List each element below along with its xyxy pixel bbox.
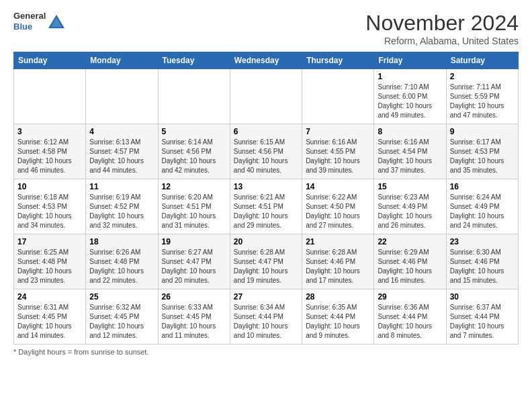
calendar-week-row: 10Sunrise: 6:18 AMSunset: 4:53 PMDayligh…: [14, 179, 519, 234]
day-info: Sunrise: 6:13 AMSunset: 4:57 PMDaylight:…: [89, 138, 154, 175]
day-info: Sunrise: 6:16 AMSunset: 4:55 PMDaylight:…: [306, 138, 370, 175]
calendar-cell: 2Sunrise: 7:11 AMSunset: 5:59 PMDaylight…: [446, 69, 518, 124]
calendar-cell: 29Sunrise: 6:36 AMSunset: 4:44 PMDayligh…: [374, 289, 446, 345]
day-info: Sunrise: 6:32 AMSunset: 4:45 PMDaylight:…: [89, 303, 154, 340]
day-info: Sunrise: 6:31 AMSunset: 4:45 PMDaylight:…: [17, 303, 82, 340]
calendar-cell: 17Sunrise: 6:25 AMSunset: 4:48 PMDayligh…: [14, 234, 86, 289]
day-info: Sunrise: 7:10 AMSunset: 6:00 PMDaylight:…: [378, 83, 442, 120]
calendar-cell: 9Sunrise: 6:17 AMSunset: 4:53 PMDaylight…: [446, 124, 518, 179]
day-number: 23: [450, 237, 515, 246]
calendar-cell: [302, 69, 374, 124]
day-number: 14: [306, 182, 370, 191]
calendar-cell: 14Sunrise: 6:22 AMSunset: 4:50 PMDayligh…: [302, 179, 374, 234]
day-info: Sunrise: 6:26 AMSunset: 4:48 PMDaylight:…: [89, 248, 154, 285]
logo-icon: [47, 12, 66, 31]
day-number: 10: [17, 182, 82, 191]
day-number: 12: [162, 182, 226, 191]
day-number: 30: [450, 292, 515, 302]
calendar-cell: 28Sunrise: 6:35 AMSunset: 4:44 PMDayligh…: [302, 289, 374, 345]
day-info: Sunrise: 6:24 AMSunset: 4:49 PMDaylight:…: [450, 193, 515, 230]
day-number: 25: [89, 292, 154, 302]
calendar-cell: [230, 69, 302, 124]
logo-line1: General: [13, 11, 46, 21]
calendar-week-row: 1Sunrise: 7:10 AMSunset: 6:00 PMDaylight…: [14, 69, 519, 124]
month-title: November 2024: [365, 11, 519, 36]
calendar-cell: 10Sunrise: 6:18 AMSunset: 4:53 PMDayligh…: [14, 179, 86, 234]
calendar-cell: 25Sunrise: 6:32 AMSunset: 4:45 PMDayligh…: [86, 289, 158, 345]
day-number: 24: [17, 292, 82, 302]
day-info: Sunrise: 6:33 AMSunset: 4:45 PMDaylight:…: [162, 303, 226, 340]
day-info: Sunrise: 6:28 AMSunset: 4:46 PMDaylight:…: [306, 248, 370, 285]
weekday-header: Monday: [86, 52, 158, 69]
calendar-week-row: 17Sunrise: 6:25 AMSunset: 4:48 PMDayligh…: [14, 234, 519, 289]
day-info: Sunrise: 6:12 AMSunset: 4:58 PMDaylight:…: [17, 138, 82, 175]
calendar-cell: 6Sunrise: 6:15 AMSunset: 4:56 PMDaylight…: [230, 124, 302, 179]
day-info: Sunrise: 6:34 AMSunset: 4:44 PMDaylight:…: [234, 303, 298, 340]
day-info: Sunrise: 6:21 AMSunset: 4:51 PMDaylight:…: [234, 193, 298, 230]
calendar-cell: 16Sunrise: 6:24 AMSunset: 4:49 PMDayligh…: [446, 179, 518, 234]
day-number: 13: [234, 182, 298, 191]
calendar-cell: 1Sunrise: 7:10 AMSunset: 6:00 PMDaylight…: [374, 69, 446, 124]
logo-text: General Blue: [13, 11, 46, 32]
day-number: 26: [162, 292, 226, 302]
calendar-body: 1Sunrise: 7:10 AMSunset: 6:00 PMDaylight…: [14, 69, 519, 345]
day-number: 19: [162, 237, 226, 246]
day-number: 5: [162, 127, 226, 136]
day-number: 7: [306, 127, 370, 136]
day-info: Sunrise: 6:25 AMSunset: 4:48 PMDaylight:…: [17, 248, 82, 285]
day-number: 1: [378, 72, 442, 81]
day-info: Sunrise: 6:27 AMSunset: 4:47 PMDaylight:…: [162, 248, 226, 285]
day-number: 4: [89, 127, 154, 136]
calendar-cell: 30Sunrise: 6:37 AMSunset: 4:44 PMDayligh…: [446, 289, 518, 345]
logo-line2: Blue: [13, 21, 46, 32]
day-info: Sunrise: 6:30 AMSunset: 4:46 PMDaylight:…: [450, 248, 515, 285]
day-info: Sunrise: 6:14 AMSunset: 4:56 PMDaylight:…: [162, 138, 226, 175]
calendar-cell: 3Sunrise: 6:12 AMSunset: 4:58 PMDaylight…: [14, 124, 86, 179]
day-info: Sunrise: 6:18 AMSunset: 4:53 PMDaylight:…: [17, 193, 82, 230]
calendar-cell: 13Sunrise: 6:21 AMSunset: 4:51 PMDayligh…: [230, 179, 302, 234]
weekday-header: Tuesday: [158, 52, 230, 69]
calendar-cell: 11Sunrise: 6:19 AMSunset: 4:52 PMDayligh…: [86, 179, 158, 234]
calendar-cell: 22Sunrise: 6:29 AMSunset: 4:46 PMDayligh…: [374, 234, 446, 289]
page: General Blue November 2024 Reform, Alaba…: [0, 0, 532, 363]
calendar-week-row: 24Sunrise: 6:31 AMSunset: 4:45 PMDayligh…: [14, 289, 519, 345]
day-number: 22: [378, 237, 442, 246]
day-number: 20: [234, 237, 298, 246]
day-number: 11: [89, 182, 154, 191]
calendar-cell: 7Sunrise: 6:16 AMSunset: 4:55 PMDaylight…: [302, 124, 374, 179]
calendar-cell: 23Sunrise: 6:30 AMSunset: 4:46 PMDayligh…: [446, 234, 518, 289]
day-number: 16: [450, 182, 515, 191]
calendar-cell: [86, 69, 158, 124]
weekday-header: Friday: [374, 52, 446, 69]
location: Reform, Alabama, United States: [365, 36, 519, 46]
day-number: 29: [378, 292, 442, 302]
day-number: 28: [306, 292, 370, 302]
calendar-cell: 8Sunrise: 6:16 AMSunset: 4:54 PMDaylight…: [374, 124, 446, 179]
calendar-cell: 20Sunrise: 6:28 AMSunset: 4:47 PMDayligh…: [230, 234, 302, 289]
day-number: 2: [450, 72, 515, 81]
day-number: 9: [450, 127, 515, 136]
calendar-cell: [14, 69, 86, 124]
calendar-cell: 5Sunrise: 6:14 AMSunset: 4:56 PMDaylight…: [158, 124, 230, 179]
day-number: 17: [17, 237, 82, 246]
weekday-row: SundayMondayTuesdayWednesdayThursdayFrid…: [14, 52, 519, 69]
day-info: Sunrise: 6:22 AMSunset: 4:50 PMDaylight:…: [306, 193, 370, 230]
calendar-cell: [158, 69, 230, 124]
weekday-header: Wednesday: [230, 52, 302, 69]
day-info: Sunrise: 6:16 AMSunset: 4:54 PMDaylight:…: [378, 138, 442, 175]
day-number: 21: [306, 237, 370, 246]
header: General Blue November 2024 Reform, Alaba…: [13, 11, 519, 46]
weekday-header: Thursday: [302, 52, 374, 69]
title-area: November 2024 Reform, Alabama, United St…: [365, 11, 519, 46]
day-number: 15: [378, 182, 442, 191]
calendar-cell: 27Sunrise: 6:34 AMSunset: 4:44 PMDayligh…: [230, 289, 302, 345]
weekday-header: Sunday: [14, 52, 86, 69]
day-info: Sunrise: 6:35 AMSunset: 4:44 PMDaylight:…: [306, 303, 370, 340]
calendar-cell: 24Sunrise: 6:31 AMSunset: 4:45 PMDayligh…: [14, 289, 86, 345]
calendar-cell: 15Sunrise: 6:23 AMSunset: 4:49 PMDayligh…: [374, 179, 446, 234]
calendar-cell: 4Sunrise: 6:13 AMSunset: 4:57 PMDaylight…: [86, 124, 158, 179]
calendar: SundayMondayTuesdayWednesdayThursdayFrid…: [13, 52, 519, 345]
day-info: Sunrise: 6:19 AMSunset: 4:52 PMDaylight:…: [89, 193, 154, 230]
day-number: 18: [89, 237, 154, 246]
calendar-cell: 19Sunrise: 6:27 AMSunset: 4:47 PMDayligh…: [158, 234, 230, 289]
